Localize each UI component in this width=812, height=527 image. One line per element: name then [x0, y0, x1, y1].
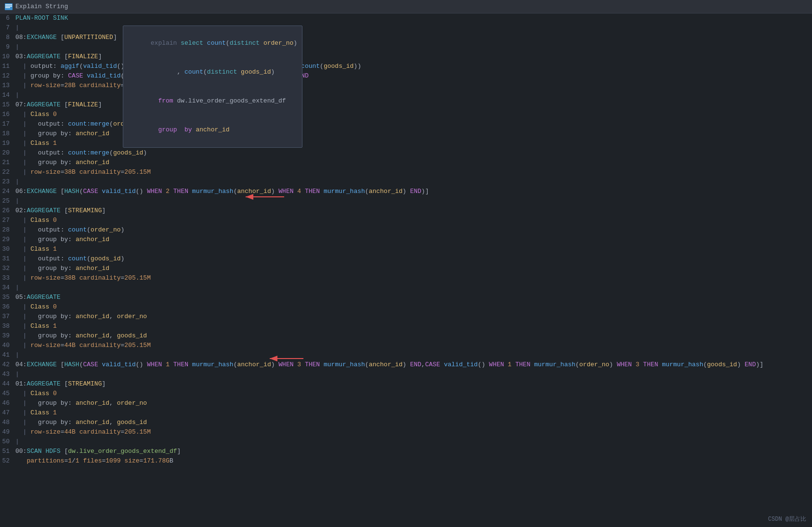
line-number: 49: [0, 427, 15, 437]
line-content: |: [15, 370, 812, 379]
line-number: 26: [0, 206, 15, 216]
line-content: | Class 0: [15, 389, 812, 398]
code-line: 45 | Class 0: [0, 389, 812, 398]
code-line: 23 |: [0, 177, 812, 187]
line-number: 13: [0, 81, 15, 90]
line-number: 22: [0, 167, 15, 177]
code-line: 25 |: [0, 196, 812, 206]
code-line: 44 01:AGGREGATE [STREAMING]: [0, 379, 812, 389]
line-number: 24: [0, 187, 15, 196]
line-number: 6: [0, 13, 15, 23]
line-number: 40: [0, 341, 15, 350]
line-number: 17: [0, 119, 15, 129]
code-line: 32 | group by: anchor_id: [0, 264, 812, 273]
code-line: 40 | row-size=44B cardinality=205.15M: [0, 341, 812, 350]
line-content: | Class 0: [15, 302, 812, 312]
line-number: 8: [0, 33, 15, 42]
line-number: 47: [0, 408, 15, 418]
line-number: 29: [0, 235, 15, 244]
line-number: 46: [0, 398, 15, 408]
svg-rect-2: [5, 6, 12, 7]
line-content: | row-size=38B cardinality=205.15M: [15, 167, 812, 177]
line-content: | group by: anchor_id, goods_id: [15, 331, 812, 341]
code-line: 11 | output: aggif(valid_tid() = 2, coun…: [0, 62, 812, 71]
line-content: | group by: anchor_id, order_no: [15, 312, 812, 321]
code-line: 35 05:AGGREGATE: [0, 293, 812, 302]
line-number: 16: [0, 110, 15, 119]
line-content: | row-size=38B cardinality=205.15M: [15, 273, 812, 283]
line-number: 11: [0, 62, 15, 71]
code-line: 26 02:AGGREGATE [STREAMING]: [0, 206, 812, 216]
line-content: 06:EXCHANGE [HASH(CASE valid_tid() WHEN …: [15, 187, 812, 196]
line-content: |: [15, 437, 812, 447]
line-content: | group by: anchor_id: [15, 158, 812, 167]
line-number: 48: [0, 418, 15, 427]
line-content: | group by: anchor_id: [15, 235, 812, 244]
code-line: 48 | group by: anchor_id, goods_id: [0, 418, 812, 427]
code-line: 34 |: [0, 283, 812, 293]
line-number: 45: [0, 389, 15, 398]
svg-rect-1: [5, 4, 12, 5]
line-number: 27: [0, 216, 15, 225]
line-number: 12: [0, 71, 15, 81]
line-content: |: [15, 177, 812, 187]
line-number: 43: [0, 370, 15, 379]
code-line: 7 |: [0, 23, 812, 33]
line-content: | output: count:merge(goods_id): [15, 148, 812, 158]
line-number: 33: [0, 273, 15, 283]
code-line: 10 03:AGGREGATE [FINALIZE]: [0, 52, 812, 62]
line-number: 20: [0, 148, 15, 158]
code-line: 50 |: [0, 437, 812, 447]
code-line: 52 partitions=1/1 files=1099 size=171.78…: [0, 456, 812, 466]
line-number: 31: [0, 254, 15, 264]
line-number: 44: [0, 379, 15, 389]
title-bar-icon: [5, 3, 13, 10]
line-number: 9: [0, 42, 15, 52]
code-line: 42 04:EXCHANGE [HASH(CASE valid_tid() WH…: [0, 360, 812, 370]
line-content: PLAN-ROOT SINK: [15, 13, 812, 23]
code-line: 41 |: [0, 350, 812, 360]
code-line: 14 |: [0, 90, 812, 100]
line-number: 42: [0, 360, 15, 370]
code-line: 51 00:SCAN HDFS [dw.live_order_goods_ext…: [0, 447, 812, 456]
line-number: 38: [0, 321, 15, 331]
line-number: 50: [0, 437, 15, 447]
line-number: 35: [0, 293, 15, 302]
watermark: CSDN @层占比: [768, 515, 806, 523]
code-line: 38 | Class 1: [0, 321, 812, 331]
code-line: 43 |: [0, 370, 812, 379]
code-lines: 6 PLAN-ROOT SINK 7 | 8 08:EXCHANGE [UNPA…: [0, 13, 812, 466]
line-content: |: [15, 283, 812, 293]
code-line: 28 | output: count(order_no): [0, 225, 812, 235]
line-number: 19: [0, 139, 15, 148]
line-number: 51: [0, 447, 15, 456]
code-line: 37 | group by: anchor_id, order_no: [0, 312, 812, 321]
line-content: partitions=1/1 files=1099 size=171.78GB: [15, 456, 812, 466]
line-content: | Class 1: [15, 321, 812, 331]
line-content: | row-size=44B cardinality=205.15M: [15, 427, 812, 437]
code-line: 6 PLAN-ROOT SINK: [0, 13, 812, 23]
line-number: 30: [0, 244, 15, 254]
line-content: | output: count(goods_id): [15, 254, 812, 264]
code-line: 39 | group by: anchor_id, goods_id: [0, 331, 812, 341]
code-line: 17 | output: count:merge(order_no): [0, 119, 812, 129]
line-content: |: [15, 196, 812, 206]
line-content: | row-size=44B cardinality=205.15M: [15, 341, 812, 350]
line-number: 14: [0, 90, 15, 100]
code-line: 33 | row-size=38B cardinality=205.15M: [0, 273, 812, 283]
line-number: 15: [0, 100, 15, 110]
line-content: | group by: anchor_id, order_no: [15, 398, 812, 408]
code-line: 9 |: [0, 42, 812, 52]
line-number: 28: [0, 225, 15, 235]
line-content: | output: count(order_no): [15, 225, 812, 235]
line-number: 37: [0, 312, 15, 321]
line-number: 39: [0, 331, 15, 341]
code-line: 22 | row-size=38B cardinality=205.15M: [0, 167, 812, 177]
line-content: | group by: anchor_id, goods_id: [15, 418, 812, 427]
line-content: 02:AGGREGATE [STREAMING]: [15, 206, 812, 216]
code-line: 12 | group by: CASE valid_tid() WHEN 2 T…: [0, 71, 812, 81]
line-number: 36: [0, 302, 15, 312]
code-line: 21 | group by: anchor_id: [0, 158, 812, 167]
line-number: 41: [0, 350, 15, 360]
code-line: 8 08:EXCHANGE [UNPARTITIONED]: [0, 33, 812, 42]
